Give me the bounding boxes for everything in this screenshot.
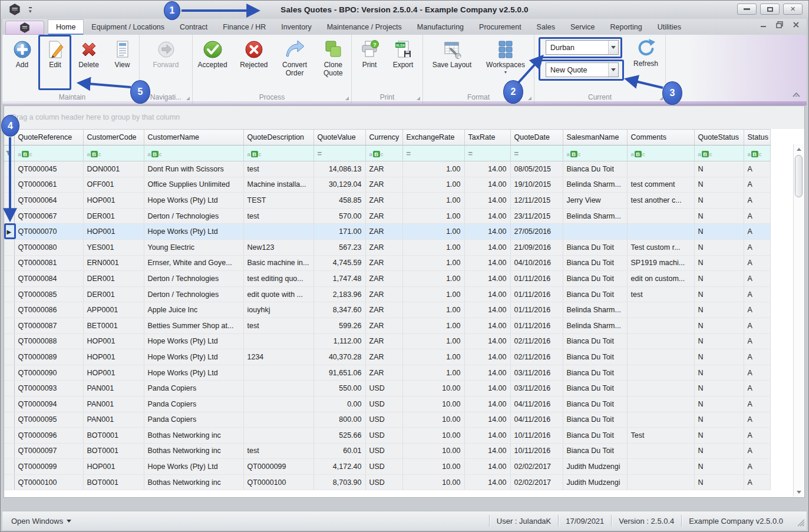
cell-QuoteReference[interactable]: QT0000086 [14,302,83,318]
filter-cell-QuoteStatus[interactable]: aBc [694,146,744,161]
cell-Currency[interactable]: ZAR [365,271,402,287]
tab-utilities[interactable]: Utilities [650,20,689,35]
cell-QuoteDate[interactable]: 10/11/2016 [510,428,563,444]
cell-QuoteDate[interactable]: 04/10/2016 [510,255,563,271]
cell-ExchangeRate[interactable]: 10.00 [402,428,464,444]
cell-QuoteValue[interactable]: 171.00 [313,224,365,240]
table-row[interactable]: QT0000100BOT0001Bothas Networking incQT0… [4,474,770,490]
cell-CustomerName[interactable]: Derton / Technologies [144,208,243,224]
cell-Status[interactable]: A [744,365,770,381]
cell-ExchangeRate[interactable]: 10.00 [402,396,464,412]
cell-QuoteReference[interactable]: QT0000090 [14,365,83,381]
table-row[interactable]: QT0000097BOT0001Bothas Networking inctes… [4,443,770,459]
cell-QuoteDescription[interactable]: TEST [243,193,313,209]
cell-QuoteValue[interactable]: 800.00 [313,412,365,428]
cell-SalesmanName[interactable]: Bianca Du Toit [563,381,627,396]
cell-TaxRate[interactable]: 14.00 [464,396,510,412]
dialog-launcher-icon[interactable] [659,97,663,100]
cell-Currency[interactable]: ZAR [365,193,402,209]
cell-Comments[interactable]: edit on custom... [627,271,694,287]
cell-TaxRate[interactable]: 14.00 [464,349,510,365]
cell-QuoteReference[interactable]: QT0000080 [14,239,83,255]
cell-ExchangeRate[interactable]: 10.00 [402,474,464,490]
cell-Status[interactable]: A [744,474,770,490]
table-row[interactable]: QT0000089HOP001Hope Works (Pty) Ltd12344… [4,349,770,365]
cell-ExchangeRate[interactable]: 10.00 [402,443,464,459]
cell-QuoteReference[interactable]: QT0000100 [14,474,83,490]
cell-SalesmanName[interactable]: Bianca Du Toit [563,161,627,177]
cell-CustomerName[interactable]: Hope Works (Pty) Ltd [144,224,243,240]
cell-QuoteDescription[interactable] [243,333,313,349]
table-row[interactable]: QT0000086APP0001Apple Juice Inciouyhkj8,… [4,302,770,318]
cell-CustomerCode[interactable]: HOP001 [83,459,144,475]
cell-QuoteDescription[interactable] [243,412,313,428]
cell-QuoteDate[interactable]: 02/02/2017 [510,474,563,490]
cell-Currency[interactable]: USD [365,381,402,396]
cell-QuoteValue[interactable]: 458.85 [313,193,365,209]
cell-SalesmanName[interactable]: Belinda Sharm... [563,208,627,224]
cell-QuoteDate[interactable]: 01/11/2016 [510,302,563,318]
cell-ExchangeRate[interactable]: 1.00 [402,224,464,240]
cell-Comments[interactable] [627,459,694,475]
cell-Comments[interactable]: test comment [627,177,694,193]
cell-Status[interactable]: A [744,381,770,396]
cell-QuoteDescription[interactable]: test [243,161,313,177]
cell-CustomerName[interactable]: Bothas Networking inc [144,474,243,490]
cell-ExchangeRate[interactable]: 1.00 [402,208,464,224]
cell-QuoteDate[interactable]: 12/11/2015 [510,193,563,209]
cell-QuoteStatus[interactable]: N [694,412,744,428]
cell-Currency[interactable]: ZAR [365,302,402,318]
dialog-launcher-icon[interactable] [133,97,137,100]
cell-QuoteValue[interactable]: 60.01 [313,443,365,459]
cell-QuoteValue[interactable]: 4,172.40 [313,459,365,475]
save-layout-button[interactable]: Save Layout [425,38,478,74]
cell-CustomerCode[interactable]: BOT0001 [83,443,144,459]
mdi-restore-icon[interactable] [776,21,784,28]
scroll-up-button[interactable] [794,144,804,154]
chevron-down-icon[interactable] [608,63,618,77]
cell-CustomerName[interactable]: Bothas Networking inc [144,443,243,459]
cell-CustomerName[interactable]: Apple Juice Inc [144,302,243,318]
cell-TaxRate[interactable]: 14.00 [464,459,510,475]
cell-QuoteDate[interactable]: 19/10/2015 [510,177,563,193]
cell-CustomerCode[interactable]: PAN001 [83,412,144,428]
table-row[interactable]: QT0000064HOP001Hope Works (Pty) LtdTEST4… [4,193,770,209]
cell-Currency[interactable]: USD [365,412,402,428]
table-row[interactable]: QT0000095PAN001Panda Copiers800.00USD10.… [4,412,770,428]
cell-CustomerCode[interactable]: BET0001 [83,318,144,333]
cell-QuoteDescription[interactable]: Machine installa... [243,177,313,193]
cell-SalesmanName[interactable]: Bianca Du Toit [563,412,627,428]
cell-TaxRate[interactable]: 14.00 [464,271,510,287]
cell-QuoteStatus[interactable]: N [694,318,744,333]
cell-SalesmanName[interactable]: Bianca Du Toit [563,396,627,412]
cell-SalesmanName[interactable]: Judith Mudzengi [563,459,627,475]
cell-QuoteStatus[interactable]: N [694,396,744,412]
cell-TaxRate[interactable]: 14.00 [464,161,510,177]
column-header-QuoteDescription[interactable]: QuoteDescription [243,130,313,146]
cell-QuoteDate[interactable]: 04/11/2016 [510,412,563,428]
cell-QuoteValue[interactable]: 550.00 [313,381,365,396]
cell-QuoteValue[interactable]: 2,183.96 [313,286,365,302]
cell-QuoteStatus[interactable]: N [694,333,744,349]
mdi-close-icon[interactable] [793,21,800,28]
table-row[interactable]: QT0000045DON0001Dont Run with Scissorste… [4,161,770,177]
column-header-Currency[interactable]: Currency [365,130,402,146]
cell-QuoteStatus[interactable]: N [694,302,744,318]
cell-QuoteDescription[interactable]: iouyhkj [243,302,313,318]
cell-TaxRate[interactable]: 14.00 [464,239,510,255]
cell-Status[interactable]: A [744,318,770,333]
cell-TaxRate[interactable]: 14.00 [464,365,510,381]
dialog-launcher-icon[interactable] [417,97,420,100]
column-header-Comments[interactable]: Comments [627,130,694,146]
cell-Comments[interactable] [627,333,694,349]
cell-QuoteDate[interactable]: 23/11/2015 [510,208,563,224]
cell-QuoteReference[interactable]: QT0000070 [14,224,83,240]
tab-manufacturing[interactable]: Manufacturing [410,20,471,35]
cell-QuoteDate[interactable]: 03/11/2016 [510,381,563,396]
table-row[interactable]: ▶QT0000070HOP001Hope Works (Pty) Ltd171.… [4,224,770,240]
cell-Status[interactable]: A [744,271,770,287]
column-header-CustomerName[interactable]: CustomerName [144,130,243,146]
cell-SalesmanName[interactable] [563,224,627,240]
cell-QuoteValue[interactable]: 91,651.06 [313,365,365,381]
cell-Status[interactable]: A [744,333,770,349]
